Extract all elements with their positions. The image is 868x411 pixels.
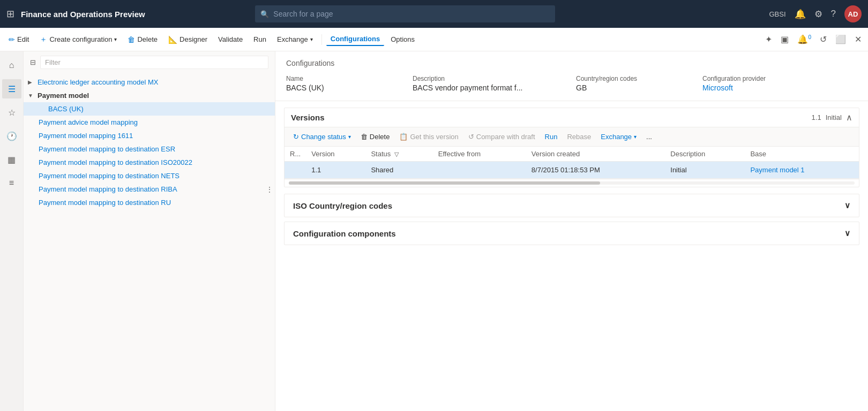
tree-item-payment-model[interactable]: ▼ Payment model (24, 89, 275, 102)
edit-button[interactable]: ✏ Edit (4, 33, 33, 46)
table-header-row: R... Version Status ▽ Effective from (285, 147, 859, 162)
expand-icon: ▶ (28, 79, 35, 85)
change-status-icon: ↻ (293, 133, 299, 141)
iso-section-title: ISO Country/region codes (293, 201, 392, 210)
cell-effective-from (433, 162, 526, 179)
tree-content: ▶ Electronic ledger accounting model MX … (24, 73, 275, 411)
scroll-thumb (289, 181, 600, 185)
tree-item-payment-1611[interactable]: Payment model mapping 1611 (24, 129, 275, 142)
tree-item-payment-advice[interactable]: Payment advice model mapping (24, 116, 275, 129)
main-toolbar: ✏ Edit ＋ Create configuration ▾ 🗑 Delete… (0, 28, 868, 51)
detail-panel: Configurations Name BACS (UK) Descriptio… (275, 51, 868, 411)
col-version-created: Version created (526, 147, 665, 162)
col-effective-from: Effective from (433, 147, 526, 162)
rebase-button[interactable]: Rebase (563, 131, 595, 143)
maximize-icon[interactable]: ⬜ (833, 32, 848, 47)
top-nav-right: GBSI 🔔 ⚙ ? AD (769, 5, 862, 22)
col-description: Description (665, 147, 745, 162)
tree-item-elec-ledger[interactable]: ▶ Electronic ledger accounting model MX (24, 75, 275, 89)
tree-item-bacs-uk[interactable]: BACS (UK) (24, 102, 275, 116)
change-status-button[interactable]: ↻ Change status ▾ (289, 131, 355, 143)
search-icon: 🔍 (260, 10, 269, 18)
get-version-icon: 📋 (399, 133, 408, 141)
versions-scroll (285, 179, 859, 187)
notification-badge-icon[interactable]: 🔔0 (795, 32, 813, 47)
tree-filter-area: ⊟ (24, 51, 275, 73)
create-config-button[interactable]: ＋ Create configuration ▾ (35, 33, 121, 47)
change-status-chevron-icon: ▾ (348, 134, 351, 140)
cell-status: Shared (365, 162, 432, 179)
country-field: Country/region codes GB (576, 75, 694, 92)
panel-icon[interactable]: ▣ (779, 32, 791, 47)
iso-section-header[interactable]: ISO Country/region codes ∨ (285, 194, 859, 217)
collapse-versions-icon[interactable]: ∧ (846, 112, 852, 123)
waffle-menu-icon[interactable]: ⊞ (6, 8, 14, 20)
filter-icon[interactable]: ✦ (763, 32, 774, 47)
versions-run-button[interactable]: Run (541, 131, 562, 143)
menu-lines-icon[interactable]: ≡ (2, 173, 21, 193)
versions-section: Versions 1.1 Initial ∧ ↻ Change status ▾… (284, 108, 859, 187)
designer-icon: 📐 (168, 35, 177, 44)
chevron-down-icon: ▾ (114, 36, 117, 42)
status-filter-icon[interactable]: ▽ (394, 151, 399, 157)
tree-filter-container (40, 56, 268, 69)
tree-item-payment-ru[interactable]: Payment model mapping to destination RU (24, 196, 275, 209)
get-this-version-button[interactable]: 📋 Get this version (395, 131, 462, 143)
provider-label: Configuration provider (702, 75, 857, 82)
exchange-button[interactable]: Exchange ▾ (273, 33, 317, 45)
delete-button[interactable]: 🗑 Delete (123, 33, 162, 46)
clock-icon[interactable]: 🕐 (2, 126, 21, 146)
version-status-badge: Initial (826, 113, 842, 121)
more-options-button[interactable]: ... (642, 131, 656, 143)
search-input[interactable] (273, 10, 550, 18)
toolbar-right-actions: ✦ ▣ 🔔0 ↺ ⬜ ✕ (763, 32, 864, 47)
cell-base[interactable]: Payment model 1 (745, 162, 859, 179)
toolbar-separator (321, 34, 322, 45)
delete-icon: 🗑 (128, 35, 135, 44)
scroll-track (289, 181, 855, 185)
tree-item-payment-nets[interactable]: Payment model mapping to destination NET… (24, 169, 275, 182)
close-icon[interactable]: ✕ (852, 32, 864, 47)
user-company[interactable]: GBSI (769, 10, 785, 18)
refresh-icon[interactable]: ↺ (818, 32, 829, 47)
configurations-tab[interactable]: Configurations (326, 33, 384, 46)
config-info: Name BACS (UK) Description BACS vendor p… (275, 71, 868, 101)
components-section: Configuration components ∨ (284, 222, 859, 245)
col-status: Status ▽ (365, 147, 432, 162)
tree-item-payment-iso20022[interactable]: Payment model mapping to destination ISO… (24, 156, 275, 169)
options-tab[interactable]: Options (386, 33, 419, 45)
provider-value[interactable]: Microsoft (702, 83, 857, 92)
list-icon[interactable]: ☰ (2, 79, 21, 98)
col-version: Version (306, 147, 365, 162)
user-avatar[interactable]: AD (844, 5, 862, 22)
validate-button[interactable]: Validate (214, 33, 247, 45)
notification-icon[interactable]: 🔔 (795, 9, 806, 20)
tree-filter-icon[interactable]: ⊟ (30, 58, 36, 66)
tree-filter-input[interactable] (40, 56, 268, 69)
country-label: Country/region codes (576, 75, 694, 82)
components-section-header[interactable]: Configuration components ∨ (285, 222, 859, 245)
star-icon[interactable]: ☆ (2, 103, 21, 122)
search-bar[interactable]: 🔍 (255, 5, 555, 22)
section-title: Configurations (275, 51, 868, 71)
cell-version: 1.1 (306, 162, 365, 179)
description-field: Description BACS vendor payment format f… (413, 75, 567, 92)
tree-item-payment-esr[interactable]: Payment model mapping to destination ESR (24, 142, 275, 156)
compare-with-draft-button[interactable]: ↺ Compare with draft (464, 131, 540, 143)
run-button[interactable]: Run (249, 33, 271, 45)
versions-header: Versions 1.1 Initial ∧ (285, 108, 859, 127)
description-value: BACS vendor payment format f... (413, 83, 567, 92)
versions-exchange-button[interactable]: Exchange ▾ (596, 131, 641, 143)
components-collapse-icon: ∨ (844, 229, 850, 238)
table-row[interactable]: 1.1 Shared 8/7/2015 01:18:53 PM Initial … (285, 162, 859, 179)
help-icon[interactable]: ? (831, 9, 836, 19)
versions-delete-button[interactable]: 🗑 Delete (356, 131, 394, 143)
name-value: BACS (UK) (286, 83, 404, 92)
home-icon[interactable]: ⌂ (2, 56, 21, 75)
tree-item-payment-riba[interactable]: Payment model mapping to destination RIB… (24, 182, 275, 196)
grid-icon[interactable]: ▦ (2, 150, 21, 169)
designer-button[interactable]: 📐 Designer (164, 33, 212, 46)
name-field: Name BACS (UK) (286, 75, 404, 92)
collapse-icon: ▼ (28, 93, 35, 98)
settings-icon[interactable]: ⚙ (814, 9, 822, 20)
